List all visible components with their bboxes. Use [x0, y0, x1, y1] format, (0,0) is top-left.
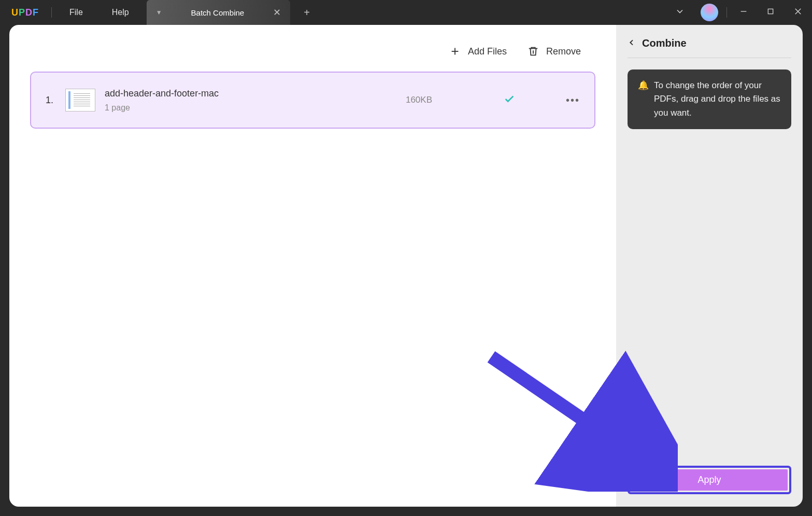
tab-close-icon[interactable]: ✕ [273, 7, 281, 18]
user-avatar[interactable] [701, 4, 718, 21]
remove-label: Remove [546, 46, 581, 57]
remove-button[interactable]: Remove [528, 46, 581, 57]
add-files-button[interactable]: Add Files [449, 46, 507, 57]
window-close-icon[interactable] [784, 7, 812, 18]
window-minimize-icon[interactable] [730, 7, 757, 18]
new-tab-button[interactable]: + [290, 7, 323, 19]
file-more-icon[interactable]: ••• [566, 94, 580, 106]
file-thumbnail [65, 89, 95, 111]
file-pages: 1 page [105, 103, 219, 113]
chevron-down-icon[interactable] [664, 6, 695, 19]
tab-title: Batch Combine [170, 8, 265, 17]
svg-rect-1 [768, 9, 773, 13]
menu-help[interactable]: Help [97, 8, 144, 17]
divider [726, 7, 727, 18]
file-index: 1. [46, 95, 56, 106]
file-size: 160KB [406, 95, 432, 105]
check-icon [504, 93, 515, 107]
tip-box: 🔔 To change the order of your PDFs, drag… [628, 69, 791, 129]
add-files-label: Add Files [468, 46, 507, 57]
file-row[interactable]: 1. add-header-and-footer-mac 1 page 160K… [30, 72, 595, 129]
side-title: Combine [642, 37, 687, 49]
divider [51, 7, 52, 18]
tab-batch-combine[interactable]: ▼ Batch Combine ✕ [147, 0, 290, 25]
menu-file[interactable]: File [55, 8, 97, 17]
window-maximize-icon[interactable] [757, 7, 784, 18]
tab-dropdown-icon[interactable]: ▼ [156, 9, 162, 16]
back-icon[interactable] [628, 38, 636, 49]
tip-text: To change the order of your PDFs, drag a… [654, 79, 781, 120]
apply-button[interactable]: Apply [631, 469, 788, 491]
main-panel: Add Files Remove 1. add-header-and-foote… [9, 25, 616, 507]
app-logo: UPDF [0, 7, 48, 18]
file-name: add-header-and-footer-mac [105, 88, 219, 99]
bell-icon: 🔔 [638, 79, 649, 120]
side-panel: Combine 🔔 To change the order of your PD… [616, 25, 803, 507]
